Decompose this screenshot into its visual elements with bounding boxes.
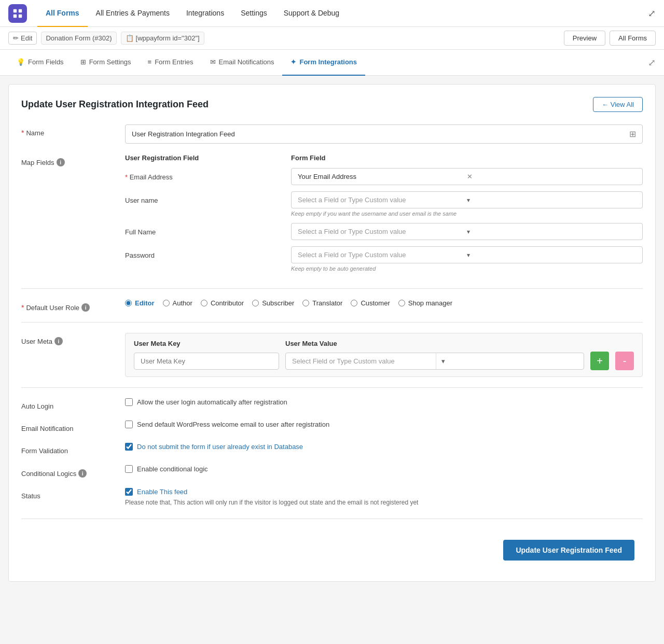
user-meta-key-wrapper xyxy=(134,353,279,370)
section-divider-3 xyxy=(21,387,643,388)
edit-button[interactable]: ✏ Edit xyxy=(8,32,37,45)
map-fields-info-icon[interactable]: i xyxy=(57,158,65,166)
status-checkbox-label[interactable]: Enable This feed xyxy=(125,488,643,496)
email-notification-checkbox-label[interactable]: Send default WordPress welcome email to … xyxy=(125,421,643,428)
username-select[interactable]: Select a Field or Type Custom value ▾ xyxy=(291,191,643,208)
tab-form-settings[interactable]: ⊞ Form Settings xyxy=(72,50,140,76)
conditional-logics-checkbox-label[interactable]: Enable conditional logic xyxy=(125,465,643,473)
top-nav-right: ⤢ xyxy=(648,8,656,19)
app-logo xyxy=(8,4,27,23)
conditional-logics-checkbox[interactable] xyxy=(125,465,133,473)
top-nav: All Forms All Entries & Payments Integra… xyxy=(0,0,664,27)
password-chevron-icon: ▾ xyxy=(467,251,636,259)
role-translator[interactable]: Translator xyxy=(302,299,342,307)
map-fields-header: User Registration Field Form Field xyxy=(125,154,643,162)
nav-integrations[interactable]: Integrations xyxy=(178,0,232,27)
meta-remove-button[interactable]: - xyxy=(615,352,634,370)
password-field-input: Select a Field or Type Custom value ▾ Ke… xyxy=(291,246,643,272)
auto-login-checkbox-label[interactable]: Allow the user login automatically after… xyxy=(125,398,643,406)
nav-support-debug[interactable]: Support & Debug xyxy=(275,0,348,27)
status-row: Status Enable This feed Please note that… xyxy=(21,488,643,506)
user-meta-value-chevron-icon: ▾ xyxy=(436,353,584,369)
form-fields-icon: 💡 xyxy=(17,58,25,66)
tab-form-fields[interactable]: 💡 Form Fields xyxy=(8,50,72,76)
main-nav: All Forms All Entries & Payments Integra… xyxy=(37,0,648,27)
auto-login-label: Auto Login xyxy=(21,398,125,410)
update-feed-button[interactable]: Update User Registration Feed xyxy=(503,540,634,561)
email-notification-row: Email Notification Send default WordPres… xyxy=(21,421,643,432)
role-customer[interactable]: Customer xyxy=(351,299,390,307)
fullname-field-row: Full Name Select a Field or Type Custom … xyxy=(125,223,643,240)
tab-email-notifications[interactable]: ✉ Email Notifications xyxy=(202,50,283,76)
nav-settings[interactable]: Settings xyxy=(232,0,275,27)
breadcrumb-bar: ✏ Edit Donation Form (#302) 📋 [wppayform… xyxy=(0,27,664,50)
conditional-logics-content: Enable conditional logic xyxy=(125,465,643,473)
expand-icon[interactable]: ⤢ xyxy=(648,8,656,19)
status-checkbox[interactable] xyxy=(125,488,133,496)
conditional-logics-label: Conditional Logics i xyxy=(21,465,125,478)
edit-label: Edit xyxy=(21,34,32,42)
role-editor[interactable]: Editor xyxy=(125,299,155,307)
password-select[interactable]: Select a Field or Type Custom value ▾ xyxy=(291,246,643,263)
map-fields-label: Map Fields i xyxy=(21,154,125,166)
form-footer: Update User Registration Feed xyxy=(21,531,643,569)
name-input[interactable] xyxy=(132,130,629,138)
form-validation-content: Do not submit the form if user already e… xyxy=(125,443,643,451)
role-shop-manager[interactable]: Shop manager xyxy=(398,299,452,307)
role-contributor[interactable]: Contributor xyxy=(201,299,244,307)
name-label: * Name xyxy=(21,124,125,137)
nav-all-forms[interactable]: All Forms xyxy=(37,0,88,27)
email-notification-content: Send default WordPress welcome email to … xyxy=(125,421,643,428)
form-name-breadcrumb: Donation Form (#302) xyxy=(41,32,116,45)
user-meta-value-wrapper[interactable]: Select Field or Type Custom value ▾ xyxy=(285,353,584,370)
fullname-field-input: Select a Field or Type Custom value ▾ xyxy=(291,223,643,240)
form-validation-link[interactable]: Do not submit the form if user already e… xyxy=(137,443,303,451)
user-meta-header: User Meta Key User Meta Value xyxy=(134,340,634,347)
email-clear-icon[interactable]: ✕ xyxy=(467,173,636,180)
user-role-info-icon[interactable]: i xyxy=(81,303,90,312)
auto-login-checkbox[interactable] xyxy=(125,398,133,406)
default-user-role-label: * Default User Role i xyxy=(21,299,125,312)
status-link[interactable]: Enable This feed xyxy=(137,488,187,496)
view-all-button[interactable]: ← View All xyxy=(593,97,643,112)
password-field-row: Password Select a Field or Type Custom v… xyxy=(125,246,643,272)
username-hint: Keep empty if you want the username and … xyxy=(291,211,643,217)
email-notification-checkbox[interactable] xyxy=(125,421,133,428)
user-meta-key-input[interactable] xyxy=(134,353,279,370)
form-entries-icon: ≡ xyxy=(148,58,152,66)
fullname-select[interactable]: Select a Field or Type Custom value ▾ xyxy=(291,223,643,240)
nav-entries-payments[interactable]: All Entries & Payments xyxy=(88,0,178,27)
email-field-value[interactable]: Your Email Address ✕ xyxy=(291,168,643,185)
tab-form-integrations[interactable]: ✦ Form Integrations xyxy=(282,50,365,76)
user-meta-info-icon[interactable]: i xyxy=(54,337,63,345)
user-meta-key-col-header: User Meta Key xyxy=(134,340,279,347)
auto-login-row: Auto Login Allow the user login automati… xyxy=(21,398,643,410)
username-field-input: Select a Field or Type Custom value ▾ Ke… xyxy=(291,191,643,217)
preview-button[interactable]: Preview xyxy=(564,31,605,46)
email-field-input: Your Email Address ✕ xyxy=(291,168,643,185)
default-user-role-row: * Default User Role i Editor Author Cont… xyxy=(21,299,643,312)
user-meta-data-row: Select Field or Type Custom value ▾ + - xyxy=(134,352,634,370)
form-validation-checkbox[interactable] xyxy=(125,443,133,451)
password-field-label: Password xyxy=(125,246,291,259)
form-settings-icon: ⊞ xyxy=(80,58,86,66)
fullname-field-label: Full Name xyxy=(125,223,291,236)
username-field-label: User name xyxy=(125,191,291,204)
meta-add-button[interactable]: + xyxy=(590,352,609,370)
conditional-logics-info-icon[interactable]: i xyxy=(78,469,87,478)
sub-nav-expand-icon[interactable]: ⤢ xyxy=(648,58,656,68)
form-validation-checkbox-label[interactable]: Do not submit the form if user already e… xyxy=(125,443,643,451)
auto-login-content: Allow the user login automatically after… xyxy=(125,398,643,406)
role-author[interactable]: Author xyxy=(163,299,192,307)
password-hint: Keep empty to be auto generated xyxy=(291,265,643,272)
all-forms-button[interactable]: All Forms xyxy=(610,31,656,46)
form-field-col-header: Form Field xyxy=(291,154,643,162)
breadcrumb-actions: Preview All Forms xyxy=(564,31,656,46)
tab-form-entries[interactable]: ≡ Form Entries xyxy=(140,50,202,76)
role-subscriber[interactable]: Subscriber xyxy=(252,299,294,307)
name-input-wrapper: ⊞ xyxy=(125,124,643,144)
username-chevron-icon: ▾ xyxy=(467,197,636,204)
user-meta-value-col-header: User Meta Value xyxy=(285,340,634,347)
user-meta-row: User Meta i User Meta Key User Meta Valu… xyxy=(21,333,643,377)
email-notification-label: Email Notification xyxy=(21,421,125,432)
